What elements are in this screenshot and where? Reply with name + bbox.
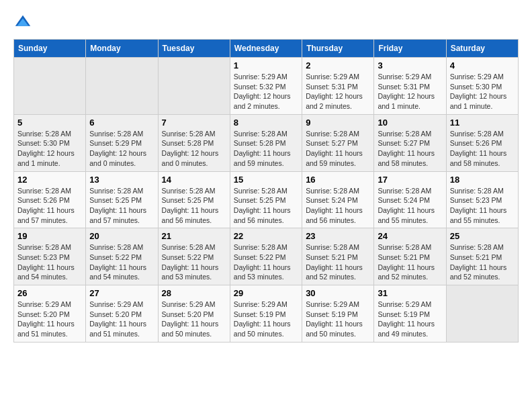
- day-number: 30: [306, 288, 370, 298]
- day-info: Sunrise: 5:29 AM Sunset: 5:19 PM Dayligh…: [306, 300, 370, 339]
- day-cell: 17Sunrise: 5:28 AM Sunset: 5:24 PM Dayli…: [374, 171, 446, 228]
- day-number: 18: [450, 175, 515, 185]
- calendar-header: SundayMondayTuesdayWednesdayThursdayFrid…: [14, 40, 519, 58]
- day-cell: [86, 58, 158, 115]
- logo: [13, 13, 35, 32]
- day-cell: 13Sunrise: 5:28 AM Sunset: 5:25 PM Dayli…: [86, 171, 158, 228]
- header-row: SundayMondayTuesdayWednesdayThursdayFrid…: [14, 40, 519, 58]
- day-cell: 18Sunrise: 5:28 AM Sunset: 5:23 PM Dayli…: [446, 171, 518, 228]
- day-number: 10: [378, 118, 442, 128]
- day-info: Sunrise: 5:28 AM Sunset: 5:23 PM Dayligh…: [450, 186, 515, 226]
- day-number: 25: [450, 231, 515, 241]
- day-cell: 21Sunrise: 5:28 AM Sunset: 5:22 PM Dayli…: [158, 228, 230, 285]
- logo-icon: [13, 13, 32, 32]
- day-info: Sunrise: 5:28 AM Sunset: 5:22 PM Dayligh…: [89, 242, 154, 282]
- day-cell: 16Sunrise: 5:28 AM Sunset: 5:24 PM Dayli…: [302, 171, 374, 228]
- day-number: 16: [306, 175, 370, 185]
- day-info: Sunrise: 5:28 AM Sunset: 5:25 PM Dayligh…: [89, 186, 154, 226]
- day-info: Sunrise: 5:29 AM Sunset: 5:20 PM Dayligh…: [17, 300, 82, 339]
- day-info: Sunrise: 5:29 AM Sunset: 5:32 PM Dayligh…: [234, 72, 298, 111]
- day-cell: 10Sunrise: 5:28 AM Sunset: 5:27 PM Dayli…: [374, 114, 446, 171]
- day-cell: 22Sunrise: 5:28 AM Sunset: 5:22 PM Dayli…: [230, 228, 302, 285]
- day-cell: 27Sunrise: 5:29 AM Sunset: 5:20 PM Dayli…: [86, 285, 158, 342]
- day-info: Sunrise: 5:28 AM Sunset: 5:30 PM Dayligh…: [17, 129, 82, 169]
- day-info: Sunrise: 5:29 AM Sunset: 5:31 PM Dayligh…: [378, 72, 442, 111]
- day-number: 13: [89, 175, 154, 185]
- week-row-2: 12Sunrise: 5:28 AM Sunset: 5:26 PM Dayli…: [14, 171, 519, 228]
- calendar-body: 1Sunrise: 5:29 AM Sunset: 5:32 PM Daylig…: [14, 58, 519, 342]
- day-info: Sunrise: 5:28 AM Sunset: 5:21 PM Dayligh…: [450, 242, 515, 282]
- day-info: Sunrise: 5:28 AM Sunset: 5:21 PM Dayligh…: [306, 242, 370, 282]
- day-cell: 28Sunrise: 5:29 AM Sunset: 5:20 PM Dayli…: [158, 285, 230, 342]
- day-info: Sunrise: 5:28 AM Sunset: 5:22 PM Dayligh…: [234, 242, 298, 282]
- day-number: 14: [162, 175, 226, 185]
- day-number: 21: [162, 231, 226, 241]
- day-number: 15: [234, 175, 298, 185]
- day-number: 22: [234, 231, 298, 241]
- day-number: 11: [450, 118, 515, 128]
- day-number: 2: [306, 60, 370, 71]
- header-saturday: Saturday: [446, 40, 518, 58]
- day-info: Sunrise: 5:29 AM Sunset: 5:19 PM Dayligh…: [378, 300, 442, 339]
- day-info: Sunrise: 5:28 AM Sunset: 5:27 PM Dayligh…: [378, 129, 442, 169]
- week-row-0: 1Sunrise: 5:29 AM Sunset: 5:32 PM Daylig…: [14, 58, 519, 115]
- header-monday: Monday: [86, 40, 158, 58]
- day-number: 19: [17, 231, 82, 241]
- day-cell: 6Sunrise: 5:28 AM Sunset: 5:29 PM Daylig…: [86, 114, 158, 171]
- header-thursday: Thursday: [302, 40, 374, 58]
- day-cell: 3Sunrise: 5:29 AM Sunset: 5:31 PM Daylig…: [374, 58, 446, 115]
- day-info: Sunrise: 5:28 AM Sunset: 5:21 PM Dayligh…: [378, 242, 442, 282]
- week-row-4: 26Sunrise: 5:29 AM Sunset: 5:20 PM Dayli…: [14, 285, 519, 342]
- day-cell: 19Sunrise: 5:28 AM Sunset: 5:23 PM Dayli…: [14, 228, 86, 285]
- day-cell: 11Sunrise: 5:28 AM Sunset: 5:26 PM Dayli…: [446, 114, 518, 171]
- header-sunday: Sunday: [14, 40, 86, 58]
- day-info: Sunrise: 5:28 AM Sunset: 5:24 PM Dayligh…: [378, 186, 442, 226]
- day-cell: 26Sunrise: 5:29 AM Sunset: 5:20 PM Dayli…: [14, 285, 86, 342]
- day-info: Sunrise: 5:29 AM Sunset: 5:31 PM Dayligh…: [306, 72, 370, 111]
- day-cell: 23Sunrise: 5:28 AM Sunset: 5:21 PM Dayli…: [302, 228, 374, 285]
- day-number: 5: [17, 118, 82, 128]
- day-info: Sunrise: 5:29 AM Sunset: 5:20 PM Dayligh…: [89, 300, 154, 339]
- day-cell: 30Sunrise: 5:29 AM Sunset: 5:19 PM Dayli…: [302, 285, 374, 342]
- day-info: Sunrise: 5:28 AM Sunset: 5:24 PM Dayligh…: [306, 186, 370, 226]
- page-header: [13, 13, 519, 32]
- week-row-1: 5Sunrise: 5:28 AM Sunset: 5:30 PM Daylig…: [14, 114, 519, 171]
- day-cell: 14Sunrise: 5:28 AM Sunset: 5:25 PM Dayli…: [158, 171, 230, 228]
- day-info: Sunrise: 5:28 AM Sunset: 5:28 PM Dayligh…: [234, 129, 298, 169]
- day-cell: 7Sunrise: 5:28 AM Sunset: 5:28 PM Daylig…: [158, 114, 230, 171]
- day-cell: 20Sunrise: 5:28 AM Sunset: 5:22 PM Dayli…: [86, 228, 158, 285]
- day-cell: 31Sunrise: 5:29 AM Sunset: 5:19 PM Dayli…: [374, 285, 446, 342]
- day-number: 23: [306, 231, 370, 241]
- day-number: 17: [378, 175, 442, 185]
- day-info: Sunrise: 5:28 AM Sunset: 5:26 PM Dayligh…: [17, 186, 82, 226]
- day-number: 3: [378, 60, 442, 71]
- day-number: 26: [17, 288, 82, 298]
- day-cell: 24Sunrise: 5:28 AM Sunset: 5:21 PM Dayli…: [374, 228, 446, 285]
- day-number: 9: [306, 118, 370, 128]
- day-info: Sunrise: 5:28 AM Sunset: 5:28 PM Dayligh…: [162, 129, 226, 169]
- day-cell: 4Sunrise: 5:29 AM Sunset: 5:30 PM Daylig…: [446, 58, 518, 115]
- day-info: Sunrise: 5:28 AM Sunset: 5:29 PM Dayligh…: [89, 129, 154, 169]
- day-info: Sunrise: 5:28 AM Sunset: 5:25 PM Dayligh…: [162, 186, 226, 226]
- day-cell: [446, 285, 518, 342]
- day-number: 8: [234, 118, 298, 128]
- day-number: 12: [17, 175, 82, 185]
- day-cell: 15Sunrise: 5:28 AM Sunset: 5:25 PM Dayli…: [230, 171, 302, 228]
- day-cell: 9Sunrise: 5:28 AM Sunset: 5:27 PM Daylig…: [302, 114, 374, 171]
- day-info: Sunrise: 5:28 AM Sunset: 5:25 PM Dayligh…: [234, 186, 298, 226]
- day-info: Sunrise: 5:28 AM Sunset: 5:26 PM Dayligh…: [450, 129, 515, 169]
- day-cell: 8Sunrise: 5:28 AM Sunset: 5:28 PM Daylig…: [230, 114, 302, 171]
- day-number: 29: [234, 288, 298, 298]
- day-info: Sunrise: 5:28 AM Sunset: 5:23 PM Dayligh…: [17, 242, 82, 282]
- day-number: 1: [234, 60, 298, 71]
- header-wednesday: Wednesday: [230, 40, 302, 58]
- header-friday: Friday: [374, 40, 446, 58]
- day-number: 24: [378, 231, 442, 241]
- day-cell: 1Sunrise: 5:29 AM Sunset: 5:32 PM Daylig…: [230, 58, 302, 115]
- day-info: Sunrise: 5:29 AM Sunset: 5:19 PM Dayligh…: [234, 300, 298, 339]
- day-number: 31: [378, 288, 442, 298]
- header-tuesday: Tuesday: [158, 40, 230, 58]
- day-info: Sunrise: 5:29 AM Sunset: 5:20 PM Dayligh…: [162, 300, 226, 339]
- day-cell: 5Sunrise: 5:28 AM Sunset: 5:30 PM Daylig…: [14, 114, 86, 171]
- day-number: 4: [450, 60, 515, 71]
